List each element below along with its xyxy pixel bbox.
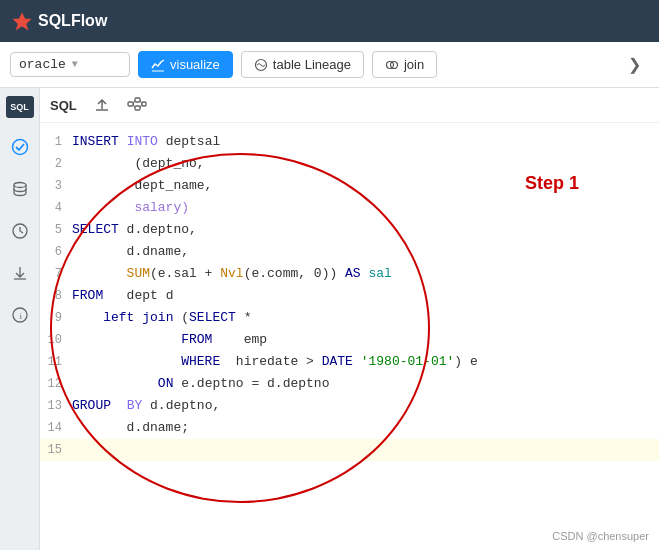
tab-diagram[interactable] <box>127 94 147 116</box>
code-line: 15 <box>40 439 659 461</box>
line-number: 13 <box>40 395 72 417</box>
join-icon <box>385 58 399 72</box>
token-plain: dept_name, <box>72 178 212 193</box>
token-fn: Nvl <box>220 266 243 281</box>
tab-upload[interactable] <box>93 94 111 116</box>
line-number: 14 <box>40 417 72 439</box>
line-content: SUM(e.sal + Nvl(e.comm, 0)) AS sal <box>72 263 659 285</box>
token-plain: e.deptno = d.deptno <box>173 376 329 391</box>
code-line: 12 ON e.deptno = d.deptno <box>40 373 659 395</box>
token-kw2: INTO <box>127 134 158 149</box>
line-content: d.dname, <box>72 241 659 263</box>
token-plain: hiredate > <box>220 354 321 369</box>
token-plain: emp <box>212 332 267 347</box>
line-content: left join (SELECT * <box>72 307 659 329</box>
line-number: 9 <box>40 307 72 329</box>
token-plain <box>72 376 158 391</box>
code-editor[interactable]: Step 1 1INSERT INTO deptsal2 (dept_no,3 … <box>40 123 659 550</box>
line-content: INSERT INTO deptsal <box>72 131 659 153</box>
code-line: 13GROUP BY d.deptno, <box>40 395 659 417</box>
line-number: 4 <box>40 197 72 219</box>
line-number: 3 <box>40 175 72 197</box>
editor-tabs: SQL <box>40 88 659 123</box>
token-kw: DATE <box>322 354 353 369</box>
line-content: FROM dept d <box>72 285 659 307</box>
token-plain: (dept_no, <box>72 156 205 171</box>
svg-text:i: i <box>19 311 22 321</box>
token-kw: ON <box>158 376 174 391</box>
token-alias: sal <box>368 266 391 281</box>
chevron-down-icon: ▼ <box>72 59 78 70</box>
token-plain <box>72 354 181 369</box>
info-icon: i <box>11 306 29 324</box>
code-line: 10 FROM emp <box>40 329 659 351</box>
token-plain: (e.comm, 0)) <box>244 266 345 281</box>
svg-rect-10 <box>135 98 140 102</box>
watermark: CSDN @chensuper <box>552 530 649 542</box>
svg-rect-11 <box>135 106 140 110</box>
token-str: '1980-01-01' <box>361 354 455 369</box>
upload-icon <box>93 96 111 114</box>
sidebar-icon-history[interactable] <box>7 218 33 244</box>
download-icon <box>11 264 29 282</box>
svg-marker-0 <box>13 13 31 30</box>
token-kw2: BY <box>127 398 143 413</box>
token-plain <box>111 398 127 413</box>
join-label: join <box>404 57 424 72</box>
token-plain <box>119 134 127 149</box>
token-plain: * <box>236 310 252 325</box>
token-plain: dept d <box>103 288 173 303</box>
sidebar-icon-info[interactable]: i <box>7 302 33 328</box>
line-number: 11 <box>40 351 72 373</box>
token-paren: salary) <box>72 200 189 215</box>
svg-point-5 <box>14 183 26 188</box>
code-line: 2 (dept_no, <box>40 153 659 175</box>
table-lineage-button[interactable]: table Lineage <box>241 51 364 78</box>
line-number: 6 <box>40 241 72 263</box>
token-plain: d.deptno, <box>119 222 197 237</box>
code-line: 14 d.dname; <box>40 417 659 439</box>
line-number: 2 <box>40 153 72 175</box>
code-line: 5SELECT d.deptno, <box>40 219 659 241</box>
token-kw: SELECT <box>189 310 236 325</box>
line-number: 7 <box>40 263 72 285</box>
step-label: Step 1 <box>525 173 579 194</box>
token-plain: d.deptno, <box>142 398 220 413</box>
tab-sql[interactable]: SQL <box>50 96 77 115</box>
table-lineage-icon <box>254 58 268 72</box>
token-plain: d.dname; <box>72 420 189 435</box>
line-number: 5 <box>40 219 72 241</box>
token-plain: ( <box>173 310 189 325</box>
collapse-button[interactable]: ❯ <box>620 51 649 78</box>
sidebar-icon-download[interactable] <box>7 260 33 286</box>
svg-rect-12 <box>142 102 146 106</box>
token-plain: d.dname, <box>72 244 189 259</box>
editor-area: SQL Step <box>40 88 659 550</box>
line-content: WHERE hiredate > DATE '1980-01-01') e <box>72 351 659 373</box>
diagram-icon <box>127 96 147 114</box>
token-kw: FROM <box>72 288 103 303</box>
line-content: FROM emp <box>72 329 659 351</box>
check-icon <box>11 138 29 156</box>
code-line: 1INSERT INTO deptsal <box>40 131 659 153</box>
join-button[interactable]: join <box>372 51 437 78</box>
token-kw: AS <box>345 266 361 281</box>
token-plain: (e.sal + <box>150 266 220 281</box>
toolbar: oracle ▼ visualize table Lineage join ❯ <box>0 42 659 88</box>
visualize-button[interactable]: visualize <box>138 51 233 78</box>
topbar: SQLFlow <box>0 0 659 42</box>
token-kw: INSERT <box>72 134 119 149</box>
sidebar-icon-sql[interactable]: SQL <box>6 96 34 118</box>
main-area: SQL <box>0 88 659 550</box>
svg-rect-9 <box>128 102 133 106</box>
line-number: 1 <box>40 131 72 153</box>
sidebar-icon-database[interactable] <box>7 176 33 202</box>
code-line: 8FROM dept d <box>40 285 659 307</box>
line-content: salary) <box>72 197 659 219</box>
db-selector[interactable]: oracle ▼ <box>10 52 130 77</box>
token-plain <box>72 332 181 347</box>
sidebar-icon-check[interactable] <box>7 134 33 160</box>
logo-icon <box>12 11 32 31</box>
line-number: 12 <box>40 373 72 395</box>
code-line: 11 WHERE hiredate > DATE '1980-01-01') e <box>40 351 659 373</box>
